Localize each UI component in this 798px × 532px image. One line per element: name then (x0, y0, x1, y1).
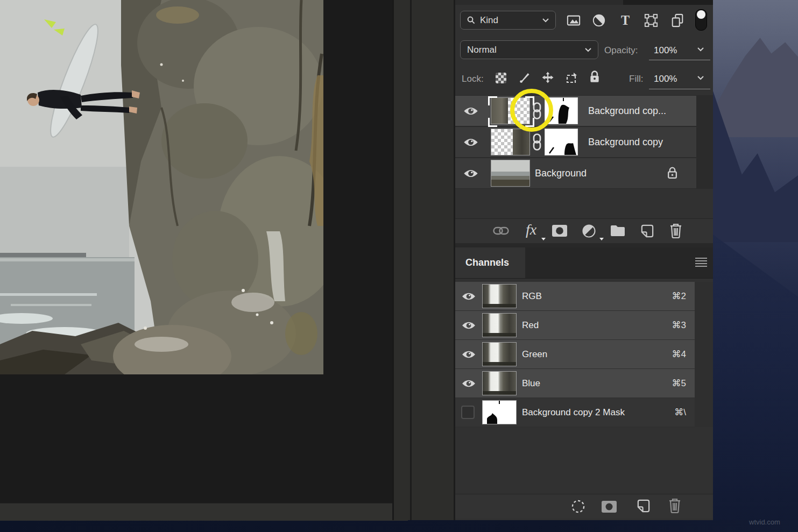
chevron-down-icon (542, 18, 549, 23)
kind-label: Kind (480, 15, 538, 26)
layer-name[interactable]: Background cop... (588, 96, 666, 126)
lock-artboard-icon[interactable] (565, 72, 578, 84)
fill-value[interactable]: 100% (654, 74, 677, 84)
layer-filtering-toggle[interactable] (695, 9, 707, 31)
load-selection-icon[interactable] (570, 498, 586, 514)
layer-thumbnail[interactable] (491, 160, 530, 187)
channels-list: RGB ⌘2 Red ⌘3 Green ⌘4 (455, 282, 713, 427)
pixel-layer-filter-icon[interactable] (566, 13, 581, 28)
layer-filter-kind-select[interactable]: Kind (460, 11, 556, 30)
layer-name[interactable]: Background copy (588, 127, 663, 157)
locked-layer-lock-icon (667, 167, 677, 179)
status-bar (0, 503, 408, 521)
adjustment-layer-filter-icon[interactable] (591, 13, 606, 28)
opacity-label: Opacity: (604, 45, 638, 56)
fx-menu-caret-icon (541, 238, 546, 240)
layer-row-background[interactable]: Background (455, 158, 696, 188)
desktop-bottom (0, 520, 798, 532)
layer-row-background-copy-2[interactable]: Background cop... (455, 96, 696, 126)
channel-shortcut: ⌘4 (672, 340, 686, 368)
opacity-chevron-icon[interactable] (697, 47, 704, 52)
layers-list: Background cop... Background copy (455, 95, 713, 189)
fill-underline (649, 89, 710, 89)
channel-shortcut: ⌘3 (672, 311, 686, 339)
layers-panel: Kind T Normal Opacity: 100% (454, 0, 713, 520)
lock-all-icon[interactable] (588, 70, 601, 83)
lock-label: Lock: (462, 74, 484, 84)
chevron-down-icon (585, 48, 591, 52)
channel-name[interactable]: RGB (522, 282, 542, 310)
shape-layer-filter-icon[interactable] (644, 13, 659, 28)
visibility-eye-icon[interactable] (462, 350, 476, 359)
svg-text:T: T (621, 13, 630, 27)
panel-tab-gap (623, 0, 713, 5)
smart-object-filter-icon[interactable] (670, 13, 685, 28)
watermark: wtvid.com (749, 518, 780, 526)
screen: wtvid.com (0, 0, 798, 532)
new-group-icon[interactable] (610, 224, 626, 238)
document-canvas[interactable] (0, 0, 392, 503)
channel-thumbnail[interactable] (482, 313, 517, 337)
visibility-eye-icon[interactable] (462, 292, 476, 301)
channel-thumbnail[interactable] (482, 342, 517, 366)
new-channel-icon[interactable] (635, 498, 651, 514)
layer-style-fx-icon[interactable]: fx (523, 221, 539, 239)
visibility-eye-icon[interactable] (462, 379, 476, 388)
panel-menu-icon[interactable] (695, 258, 707, 267)
layer-mask-thumbnail[interactable] (545, 97, 578, 124)
desktop-wallpaper (711, 0, 798, 532)
dune (712, 215, 798, 532)
lock-pixels-icon[interactable] (518, 71, 531, 84)
lock-position-icon[interactable] (541, 71, 554, 84)
channel-name[interactable]: Blue (522, 369, 540, 398)
opacity-value[interactable]: 100% (654, 45, 677, 56)
visibility-eye-icon[interactable] (463, 106, 478, 116)
channel-thumbnail[interactable] (482, 371, 517, 395)
photo-rotated-surfer (0, 0, 323, 374)
panel-separator (455, 243, 713, 247)
delete-channel-trash-icon[interactable] (667, 497, 683, 514)
new-layer-icon[interactable] (639, 223, 655, 239)
blend-mode-value: Normal (467, 45, 580, 55)
new-adjustment-layer-icon[interactable] (581, 223, 597, 239)
layer-mask-thumbnail[interactable] (545, 129, 578, 155)
fill-chevron-icon[interactable] (697, 76, 704, 80)
visibility-eye-icon[interactable] (463, 168, 478, 179)
channel-shortcut: ⌘2 (672, 282, 686, 310)
adjustment-menu-caret-icon (599, 238, 604, 240)
link-layers-icon[interactable] (493, 223, 509, 239)
channel-row-green[interactable]: Green ⌘4 (455, 340, 695, 368)
channel-name[interactable]: Background copy 2 Mask (522, 398, 625, 427)
channel-row-red[interactable]: Red ⌘3 (455, 311, 695, 339)
visibility-eye-icon[interactable] (462, 321, 476, 330)
channel-shortcut: ⌘5 (672, 369, 686, 398)
layer-mask-link-icon[interactable] (531, 133, 543, 151)
channel-name[interactable]: Red (522, 311, 539, 339)
channel-mask-thumbnail[interactable] (482, 400, 517, 424)
thumb-select-bracket (488, 118, 497, 127)
layer-name[interactable]: Background (535, 158, 587, 188)
layer-row-background-copy[interactable]: Background copy (455, 127, 696, 157)
blend-mode-select[interactable]: Normal (460, 40, 598, 59)
channel-row-blue[interactable]: Blue ⌘5 (455, 369, 695, 398)
visibility-eye-icon[interactable] (463, 137, 478, 147)
fill-label: Fill: (629, 74, 643, 84)
panel-dock-column (392, 0, 410, 520)
channel-name[interactable]: Green (522, 340, 547, 368)
lock-transparency-icon[interactable] (495, 72, 507, 84)
layer-mask-link-icon[interactable] (531, 102, 543, 119)
add-layer-mask-icon[interactable] (552, 223, 568, 238)
channel-shortcut: ⌘\ (674, 398, 686, 427)
channel-row-rgb[interactable]: RGB ⌘2 (455, 282, 695, 310)
mountain-far (712, 24, 798, 137)
type-layer-filter-icon[interactable]: T (618, 13, 633, 28)
channel-thumbnail[interactable] (482, 284, 517, 308)
delete-layer-trash-icon[interactable] (668, 222, 684, 239)
visibility-checkbox[interactable] (461, 406, 475, 419)
channel-row-mask[interactable]: Background copy 2 Mask ⌘\ (455, 398, 695, 427)
tab-channels[interactable]: Channels (455, 247, 525, 278)
toggle-knob (697, 10, 705, 19)
save-selection-as-channel-icon[interactable] (601, 500, 617, 514)
thumb-select-bracket (488, 96, 497, 105)
layer-thumbnail[interactable] (491, 129, 530, 155)
